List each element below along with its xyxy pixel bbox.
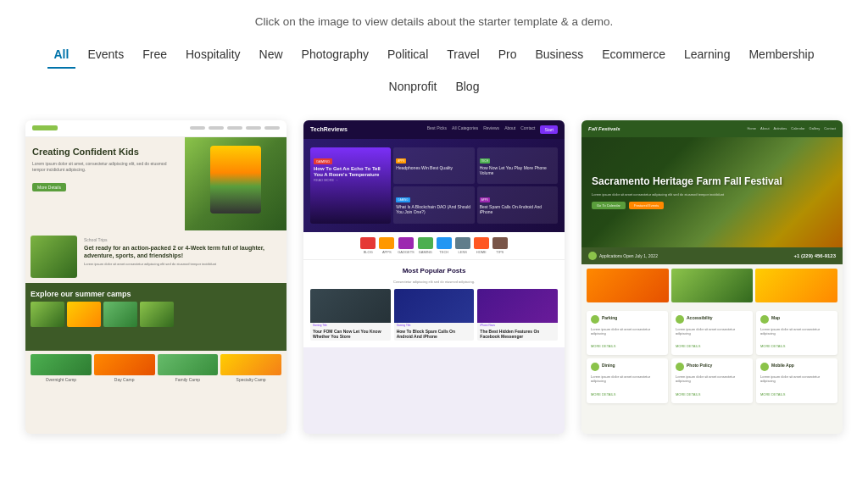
t2-pop-title-1: Your FOM Can Now Let You Know Whether Yo… xyxy=(310,328,391,341)
filter-photography[interactable]: Photography xyxy=(295,42,376,69)
t1-camp-img-4 xyxy=(220,354,281,375)
t2-pop-img-3 xyxy=(477,289,558,323)
t2-featured-grid: GAMING How To Get An Echo To Tell You A … xyxy=(310,147,558,224)
t3-feat-text-2: Lorem ipsum dolor sit amet consectetur a… xyxy=(676,327,748,336)
t2-cat-label-gadgets: GADGETS xyxy=(398,250,415,254)
t2-cat-icon-tips xyxy=(492,237,508,249)
t3-nav-2: About xyxy=(760,126,769,130)
t1-s3-img-3 xyxy=(103,302,137,327)
t2-cat-gaming: GAMING xyxy=(418,237,433,254)
instruction-text: Click on the image to view details about… xyxy=(25,15,843,28)
filter-pro[interactable]: Pro xyxy=(492,42,524,69)
t1-hero-title: Creating Confident Kids xyxy=(32,146,178,158)
t1-s3-img-2 xyxy=(67,302,101,327)
t1-hero-text: Creating Confident Kids Lorem ipsum dolo… xyxy=(25,137,185,230)
t2-cat-icon-blog xyxy=(360,237,376,249)
t3-gallery xyxy=(581,264,843,307)
t2-feat-tag-2: APPS xyxy=(396,158,406,164)
t2-pop-img-2 xyxy=(394,289,475,323)
t3-feature-map: Map Lorem ipsum dolor sit amet consectet… xyxy=(756,311,837,355)
t3-feat-title-4: Dining xyxy=(602,363,615,368)
t3-feat-text-5: Lorem ipsum dolor sit amet consectetur a… xyxy=(676,374,748,383)
t2-cat-icon-home xyxy=(474,237,489,249)
t2-cat-lens: LENS xyxy=(455,237,470,254)
t1-hero-btn: More Details xyxy=(32,183,66,191)
filter-political[interactable]: Political xyxy=(381,42,435,69)
filter-membership[interactable]: Membership xyxy=(742,42,821,69)
t1-header xyxy=(25,120,287,137)
t2-pop-item-1: Gaming Title Your FOM Can Now Let You Kn… xyxy=(310,289,391,341)
t2-feat-item-title-1: Headphones Win Best Quality xyxy=(396,165,471,170)
t1-section2-text: School Trips Get ready for an action-pac… xyxy=(81,236,281,278)
t3-feat-link-5: MORE DETAILS xyxy=(676,392,701,396)
filter-blog[interactable]: Blog xyxy=(448,74,486,101)
filter-ecommerce[interactable]: Ecommerce xyxy=(595,42,672,69)
t2-feat-item-title-3: How Now Let You Play More Phone Volume xyxy=(480,165,555,175)
t2-cat-label-apps: APPS xyxy=(382,250,392,254)
t3-info-date: Applications Open July 1, 2022 xyxy=(588,252,658,260)
filter-events[interactable]: Events xyxy=(81,42,131,69)
t3-hero: Sacramento Heritage Farm Fall Festival L… xyxy=(581,137,843,247)
t1-hero-image xyxy=(185,137,287,230)
t1-logo-dot xyxy=(32,125,58,130)
t2-cat-icon-lens xyxy=(455,237,470,249)
t3-feat-link-2: MORE DETAILS xyxy=(676,344,701,348)
t3-nav-6: Contact xyxy=(824,126,836,130)
t2-nav: Best Picks All Categories Reviews About … xyxy=(427,125,558,134)
t2-nav-2: All Categories xyxy=(452,125,478,134)
filter-all[interactable]: All xyxy=(47,42,76,69)
t2-feat-tag-4: TECH xyxy=(480,158,490,164)
t2-cat-icon-gaming xyxy=(418,237,433,249)
t3-cta2-btn: Featured Events xyxy=(629,202,664,209)
template-card-farm-festival[interactable]: Fall Festivals Home About Activities Cal… xyxy=(581,120,843,434)
filter-hospitality[interactable]: Hospitality xyxy=(179,42,248,69)
t1-hero-sub: Lorem ipsum dolor sit amet, consectetur … xyxy=(32,161,178,173)
t2-categories: BLOG APPS GADGETS GAMING xyxy=(303,232,565,260)
filter-free[interactable]: Free xyxy=(136,42,174,69)
t1-nav-dot-2 xyxy=(209,126,224,130)
t3-wrap: Fall Festivals Home About Activities Cal… xyxy=(581,120,843,434)
t2-wrap: TechReviews Best Picks All Categories Re… xyxy=(303,120,565,434)
filter-nav-row2: Nonprofit Blog xyxy=(25,74,843,101)
filter-new[interactable]: New xyxy=(253,42,290,69)
t3-feature-dining: Dining Lorem ipsum dolor sit amet consec… xyxy=(587,358,668,402)
t2-cat-label-gaming: GAMING xyxy=(419,250,432,254)
t1-s3-img-1 xyxy=(31,302,64,327)
t2-feat-item-title-2: What Is A Blockchain DAO (And Should You… xyxy=(396,204,471,214)
t1-s3-img-4 xyxy=(140,302,174,327)
t3-info-phone: +1 (229) 456-9123 xyxy=(793,253,836,258)
t3-feat-icon-6 xyxy=(760,363,769,371)
t3-feat-row-6: Mobile App xyxy=(760,363,833,371)
template-card-summer-camp[interactable]: Creating Confident Kids Lorem ipsum dolo… xyxy=(25,120,287,434)
t3-feat-row-2: Accessibility xyxy=(676,315,748,324)
t3-feat-row-5: Photo Policy xyxy=(676,363,748,371)
t2-nav-3: Reviews xyxy=(483,125,499,134)
t2-feat-item-title-4: Best Spam Calls On Android And iPhone xyxy=(480,204,555,214)
t1-section2-sub: Lorem ipsum dolor sit amet consectetur a… xyxy=(84,262,278,267)
t2-feat-main: GAMING How To Get An Echo To Tell You A … xyxy=(310,147,391,224)
filter-business[interactable]: Business xyxy=(528,42,590,69)
t3-nav-1: Home xyxy=(747,126,756,130)
filter-nonprofit[interactable]: Nonprofit xyxy=(382,74,444,101)
t3-feat-title-2: Accessibility xyxy=(687,315,713,320)
t2-cat-label-blog: BLOG xyxy=(364,250,373,254)
t2-cta-btn: Start xyxy=(540,125,558,134)
t2-feat-col-2: TECH How Now Let You Play More Phone Vol… xyxy=(477,147,558,224)
t1-nav-dots xyxy=(190,126,280,130)
t3-feat-icon-1 xyxy=(591,315,599,324)
t1-camp-label-3: Family Camp xyxy=(175,377,200,382)
filter-learning[interactable]: Learning xyxy=(677,42,737,69)
t3-feat-row-3: Map xyxy=(760,315,833,324)
t3-feature-accessibility: Accessibility Lorem ipsum dolor sit amet… xyxy=(671,311,753,355)
template-preview-farm-festival: Fall Festivals Home About Activities Cal… xyxy=(581,120,843,434)
t3-nav-5: Gallery xyxy=(810,126,821,130)
t3-cta1-btn: Go To Calendar xyxy=(592,202,626,209)
template-card-tech-reviews[interactable]: TechReviews Best Picks All Categories Re… xyxy=(303,120,565,434)
t2-nav-4: About xyxy=(504,125,515,134)
template-preview-tech-reviews: TechReviews Best Picks All Categories Re… xyxy=(303,120,565,434)
t2-feat-tag-5: APPS xyxy=(480,197,490,202)
t3-feat-title-1: Parking xyxy=(602,315,617,320)
filter-travel[interactable]: Travel xyxy=(440,42,486,69)
t3-feature-mobile-app: Mobile App Lorem ipsum dolor sit amet co… xyxy=(756,358,837,402)
t3-feature-photo-policy: Photo Policy Lorem ipsum dolor sit amet … xyxy=(671,358,753,402)
